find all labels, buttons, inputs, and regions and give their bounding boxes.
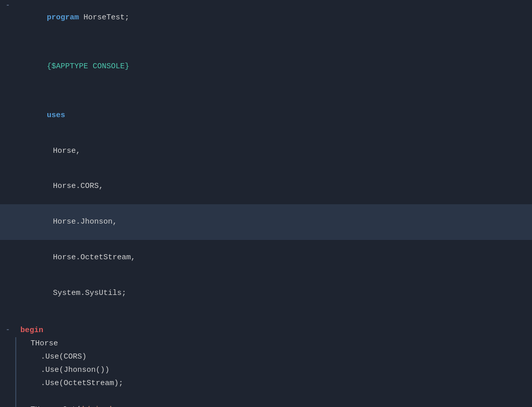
gutter-15 <box>0 364 15 377</box>
code-content-9: Horse.OctetStream, <box>15 240 532 276</box>
text-thorse-get-1: THorse.Get( <box>31 404 81 407</box>
gutter-col-begin: ⁃ <box>0 324 15 407</box>
text-use-octetstream: .Use(OctetStream); <box>41 377 123 389</box>
code-line-11 <box>0 311 532 324</box>
kw-uses: uses <box>47 111 65 120</box>
line-thorse: THorse <box>20 337 532 350</box>
text-horse-cors: Horse.CORS, <box>53 182 103 191</box>
line-use-cors: .Use(CORS) <box>20 350 532 364</box>
code-editor: ⁃ program HorseTest; {$APPTYPE CONSOLE} … <box>0 0 532 407</box>
fold-icon-begin[interactable]: ⁃ <box>0 324 15 337</box>
text-thorse-get-2: , <box>113 404 118 407</box>
text-horse: Horse, <box>53 147 80 155</box>
fold-gutter-6 <box>0 133 15 144</box>
text-horsetest: HorseTest; <box>79 13 129 22</box>
blank-17 <box>20 390 532 403</box>
gutter-18 <box>0 403 15 407</box>
fold-gutter-2 <box>0 36 15 47</box>
code-content-4 <box>15 85 532 96</box>
line-begin: begin <box>20 324 532 337</box>
code-content-5: uses <box>15 98 532 133</box>
gutter-17 <box>0 390 15 403</box>
fold-gutter-7 <box>0 169 15 180</box>
begin-content-col: begin THorse .Use(CORS) .Use(Jhonson()) … <box>16 324 532 407</box>
fold-gutter-8 <box>0 204 15 215</box>
fold-gutter-1[interactable]: ⁃ <box>0 0 15 11</box>
code-content-6: Horse, <box>15 133 532 169</box>
text-horse-jhonson: Horse.Jhonson, <box>53 218 117 226</box>
fold-gutter-5 <box>0 98 15 109</box>
text-use-jhonson: .Use(Jhonson()) <box>41 364 109 376</box>
directive-apptype: {$APPTYPE CONSOLE} <box>47 62 129 71</box>
code-line-4 <box>0 85 532 98</box>
code-content-3: {$APPTYPE CONSOLE} <box>15 49 532 85</box>
fold-gutter-11 <box>0 311 15 322</box>
kw-begin: begin <box>20 324 43 336</box>
text-system-sysutils: System.SysUtils; <box>53 289 126 297</box>
line-use-octetstream: .Use(OctetStream); <box>20 377 532 390</box>
code-line-2 <box>0 36 532 49</box>
str-ping: '/ping' <box>81 404 113 407</box>
code-line-10: System.SysUtils; <box>0 275 532 311</box>
code-line-6: Horse, <box>0 133 532 169</box>
fold-gutter-10 <box>0 275 15 286</box>
text-horse-octetstream: Horse.OctetStream, <box>53 253 135 262</box>
gutter-13 <box>0 337 15 350</box>
code-line-9: Horse.OctetStream, <box>0 240 532 276</box>
line-thorse-get: THorse.Get('/ping', <box>20 403 532 407</box>
code-content-7: Horse.CORS, <box>15 169 532 204</box>
gutter-14 <box>0 350 15 364</box>
text-use-cors: .Use(CORS) <box>41 351 87 363</box>
fold-gutter-3 <box>0 49 15 60</box>
code-line-5: uses <box>0 98 532 133</box>
code-content-11 <box>15 311 532 322</box>
code-line-3: {$APPTYPE CONSOLE} <box>0 49 532 85</box>
code-line-1: ⁃ program HorseTest; <box>0 0 532 36</box>
kw-program: program <box>47 13 79 22</box>
fold-icon-1[interactable]: ⁃ <box>6 1 10 11</box>
code-line-7: Horse.CORS, <box>0 169 532 204</box>
gutter-16 <box>0 377 15 390</box>
line-use-jhonson: .Use(Jhonson()) <box>20 364 532 377</box>
text-thorse: THorse <box>31 338 58 349</box>
begin-block: ⁃ begin THorse <box>0 324 532 407</box>
fold-gutter-9 <box>0 240 15 251</box>
code-content-8: Horse.Jhonson, <box>15 204 532 240</box>
code-content-2 <box>15 36 532 47</box>
code-content-1: program HorseTest; <box>15 0 532 36</box>
code-line-8: Horse.Jhonson, <box>0 204 532 240</box>
code-content-10: System.SysUtils; <box>15 275 532 311</box>
fold-gutter-4 <box>0 85 15 96</box>
